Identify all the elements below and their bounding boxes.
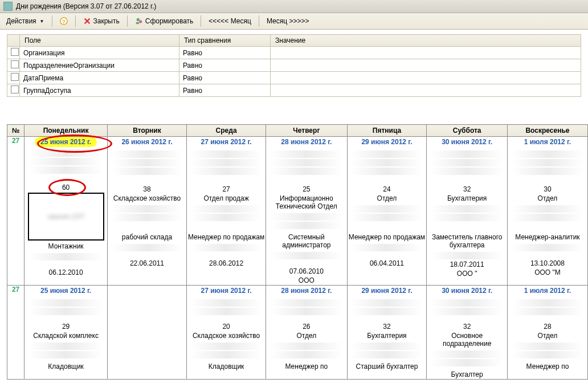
separator — [259, 15, 259, 27]
redacted — [270, 212, 342, 231]
cell-age: 27 — [222, 185, 230, 194]
cell-date: 30 июня 2012 г. — [442, 286, 492, 297]
actions-label: Действия — [6, 17, 36, 25]
redacted — [351, 204, 422, 231]
cell-age: 24 — [383, 185, 390, 194]
separator — [201, 15, 201, 27]
calendar-cell[interactable]: 1 июля 2012 г. 28 Отдел Менеджер по — [507, 286, 587, 380]
prev-month-button[interactable]: <<<<< Месяц — [205, 15, 255, 27]
filter-cmp-cell[interactable]: Равно — [179, 59, 271, 72]
cell-age: 20 — [222, 322, 230, 331]
redacted — [512, 243, 583, 258]
filter-cmp-header[interactable]: Тип сравнения — [179, 35, 271, 47]
checkbox[interactable] — [11, 48, 19, 56]
filter-field-cell[interactable]: ДатаПриема — [20, 72, 179, 84]
calendar-table: № Понедельник Вторник Среда Четверг Пятн… — [7, 124, 588, 380]
redacted — [28, 252, 103, 267]
svg-point-5 — [139, 20, 142, 23]
filter-cmp-cell[interactable]: Равно — [179, 72, 271, 84]
filter-val-cell[interactable] — [271, 84, 581, 97]
redacted-name — [28, 148, 103, 182]
cell-role: Кладовщик — [47, 362, 85, 371]
calendar-week-row: 27 25 июня 2012 г. 60 ования (ОП Монтажн… — [7, 137, 588, 286]
calendar-cell[interactable]: 25 июня 2012 г. 29 Складской комплекс Кл… — [24, 286, 108, 380]
cell-date: 1 июля 2012 г. — [524, 286, 571, 297]
redacted — [351, 341, 422, 361]
filter-field-cell[interactable]: Организация — [20, 47, 179, 59]
cell-date: 29 июня 2012 г. — [361, 286, 412, 297]
cell-age: 29 — [62, 322, 70, 331]
redacted — [270, 341, 342, 361]
filter-cmp-cell[interactable]: Равно — [179, 47, 271, 59]
redacted — [431, 349, 503, 369]
cell-date: 28 июня 2012 г. — [281, 137, 332, 148]
calendar-cell[interactable]: 28 июня 2012 г. 25 Информационно Техниче… — [266, 137, 347, 286]
help-button[interactable]: ? — [56, 15, 72, 27]
close-button[interactable]: Закрыть — [79, 15, 124, 27]
cell-date: 1 июля 2012 г. — [524, 137, 571, 148]
filter-field-header[interactable]: Поле — [20, 35, 179, 47]
cell-dept: Отдел — [537, 331, 559, 340]
app-icon — [3, 2, 13, 11]
calendar-cell[interactable] — [107, 286, 186, 380]
calendar-cell[interactable]: 29 июня 2012 г. 24 Отдел Менеджер по про… — [347, 137, 427, 286]
day-header-sun: Воскресенье — [507, 125, 587, 137]
redacted — [112, 204, 182, 231]
filter-val-cell[interactable] — [271, 72, 581, 84]
calendar-cell[interactable]: 25 июня 2012 г. 60 ования (ОП Монтажник … — [24, 137, 108, 286]
cell-age: 28 — [544, 322, 551, 331]
generate-label: Сформировать — [145, 17, 194, 25]
filter-row[interactable]: Организация Равно — [7, 47, 581, 59]
redacted — [431, 251, 503, 259]
prev-month-label: <<<<< Месяц — [209, 17, 251, 25]
calendar-cell[interactable]: 29 июня 2012 г. 32 Бухгалтерия Старший б… — [347, 286, 427, 380]
help-icon: ? — [60, 17, 68, 25]
redacted — [512, 204, 583, 231]
day-header-fri: Пятница — [347, 125, 427, 137]
cell-age: 30 — [544, 185, 551, 194]
filter-val-header[interactable]: Значение — [271, 35, 581, 47]
next-month-button[interactable]: Месяц >>>>> — [263, 15, 313, 27]
filter-cmp-cell[interactable]: Равно — [179, 84, 271, 97]
redacted-name — [112, 149, 182, 184]
cell-hired: 22.06.2011 — [130, 259, 164, 268]
cell-date: 26 июня 2012 г. — [121, 137, 172, 148]
filter-row[interactable]: ПодразделениеОрганизации Равно — [7, 59, 581, 72]
calendar-cell[interactable]: 1 июля 2012 г. 30 Отдел Менеджер-аналити… — [507, 137, 587, 286]
filter-row[interactable]: ГруппаДоступа Равно — [7, 84, 581, 97]
cell-role: Заместитель главного бухгалтера — [427, 233, 507, 250]
calendar-cell[interactable]: 30 июня 2012 г. 32 Основное подразделени… — [427, 286, 507, 380]
checkbox[interactable] — [11, 60, 19, 68]
cell-date: 25 июня 2012 г. — [35, 137, 97, 147]
calendar-cell[interactable]: 28 июня 2012 г. 26 Отдел Менеджер по — [266, 286, 347, 380]
cell-dept: Складское хозяйство — [191, 331, 261, 340]
filter-field-cell[interactable]: ГруппаДоступа — [20, 84, 179, 97]
calendar-cell[interactable]: 27 июня 2012 г. 27 Отдел продаж Менеджер… — [186, 137, 266, 286]
cell-hired: 06.04.2011 — [370, 259, 404, 268]
cell-dept: Отдел продаж — [202, 194, 250, 203]
svg-text:?: ? — [62, 18, 66, 25]
cell-age: 32 — [463, 185, 471, 194]
filter-row[interactable]: ДатаПриема Равно — [7, 72, 581, 84]
redacted — [431, 204, 503, 231]
toolbar: Действия ▼ ? Закрыть Сформировать <<<<< … — [0, 13, 588, 30]
cell-role: Монтажник — [47, 242, 85, 251]
week-number: 27 — [7, 137, 24, 286]
filter-field-cell[interactable]: ПодразделениеОрганизации — [20, 59, 179, 72]
calendar-cell[interactable]: 30 июня 2012 г. 32 Бухгалтерия Заместите… — [427, 137, 507, 286]
cell-date: 25 июня 2012 г. — [40, 286, 91, 297]
checkbox[interactable] — [11, 85, 19, 93]
calendar-cell[interactable]: 27 июня 2012 г. 20 Складское хозяйство К… — [186, 286, 266, 380]
generate-button[interactable]: Сформировать — [131, 15, 198, 27]
filter-val-cell[interactable] — [271, 59, 581, 72]
photo-placeholder: ования (ОП — [28, 193, 104, 241]
filter-val-cell[interactable] — [271, 47, 581, 59]
redacted-name — [351, 149, 422, 184]
cell-age: 32 — [463, 322, 471, 331]
checkbox[interactable] — [11, 73, 19, 81]
cell-age: 60 — [62, 183, 70, 192]
calendar-cell[interactable]: 26 июня 2012 г. 38 Складское хозяйство р… — [107, 137, 186, 286]
svg-point-4 — [136, 18, 139, 21]
cell-date: 29 июня 2012 г. — [361, 137, 412, 148]
actions-menu[interactable]: Действия ▼ — [2, 15, 48, 27]
